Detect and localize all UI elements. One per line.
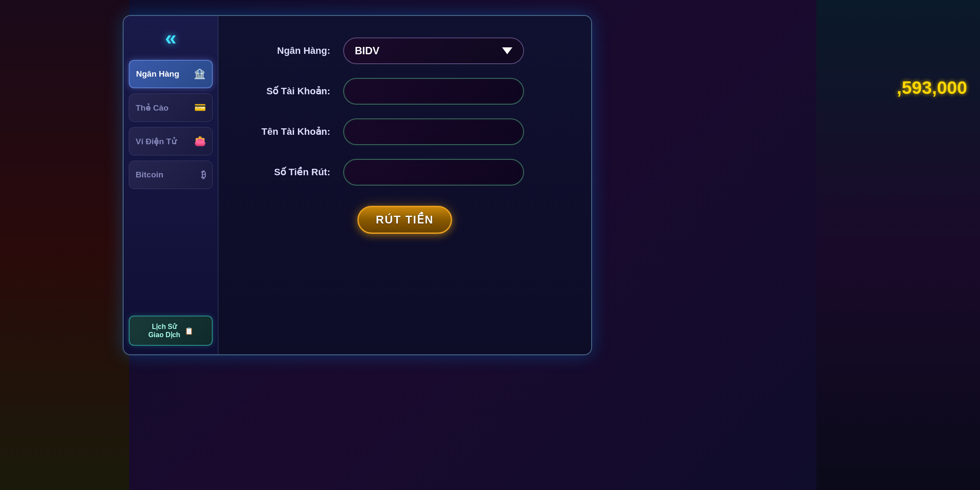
history-icon: 📋 <box>185 327 193 335</box>
bank-select-value: BIDV <box>355 45 379 57</box>
vi-dien-tu-label: Ví Điện Tử <box>136 136 177 146</box>
score-display: ,593,000 <box>897 78 968 98</box>
main-content: Ngân Hàng: BIDV Số Tài Khoản: Tên Tài Kh… <box>218 16 591 354</box>
bank-dropdown[interactable]: BIDV <box>343 37 524 64</box>
ngan-hang-label: Ngân Hàng <box>136 69 179 79</box>
account-name-label: Tên Tài Khoản: <box>244 126 330 137</box>
amount-row: Số Tiền Rút: <box>244 159 565 186</box>
background-right <box>816 0 980 490</box>
the-cao-label: Thẻ Cào <box>136 103 168 113</box>
account-name-input[interactable] <box>343 118 524 145</box>
sidebar-item-bitcoin[interactable]: Bitcoin ₿ <box>129 161 213 189</box>
amount-label: Số Tiền Rút: <box>244 167 330 178</box>
dropdown-arrow-icon <box>502 47 512 54</box>
sidebar-item-the-cao[interactable]: Thẻ Cào 💳 <box>129 93 213 122</box>
background-left <box>0 0 129 490</box>
bank-row: Ngân Hàng: BIDV <box>244 37 565 64</box>
sidebar: « Ngân Hàng 🏦 Thẻ Cào 💳 Ví Điện Tử 👛 Bit… <box>124 16 218 354</box>
history-text: Lịch Sử Giao Dịch <box>148 323 180 339</box>
the-cao-icon: 💳 <box>194 102 206 113</box>
account-name-row: Tên Tài Khoản: <box>244 118 565 145</box>
history-button[interactable]: Lịch Sử Giao Dịch 📋 <box>129 316 213 346</box>
account-number-row: Số Tài Khoản: <box>244 78 565 105</box>
history-line1: Lịch Sử <box>148 323 180 331</box>
history-line2: Giao Dịch <box>148 331 180 339</box>
account-number-input[interactable] <box>343 78 524 105</box>
score-value: ,593,000 <box>897 78 968 98</box>
amount-input[interactable] <box>343 159 524 186</box>
vi-dien-tu-icon: 👛 <box>194 136 206 147</box>
submit-row: RÚT TIỀN <box>244 206 565 234</box>
account-number-label: Số Tài Khoản: <box>244 86 330 97</box>
back-button[interactable]: « <box>154 25 188 50</box>
back-arrow-icon: « <box>165 26 177 50</box>
rut-tien-button[interactable]: RÚT TIỀN <box>357 206 452 234</box>
bitcoin-label: Bitcoin <box>136 170 163 180</box>
modal-container: « Ngân Hàng 🏦 Thẻ Cào 💳 Ví Điện Tử 👛 Bit… <box>123 15 592 355</box>
bank-label: Ngân Hàng: <box>244 45 330 56</box>
sidebar-item-vi-dien-tu[interactable]: Ví Điện Tử 👛 <box>129 127 213 155</box>
sidebar-bottom: Lịch Sử Giao Dịch 📋 <box>129 316 213 346</box>
sidebar-item-ngan-hang[interactable]: Ngân Hàng 🏦 <box>129 60 213 88</box>
rut-tien-label: RÚT TIỀN <box>376 213 434 226</box>
bitcoin-icon: ₿ <box>201 169 206 180</box>
ngan-hang-icon: 🏦 <box>194 68 205 80</box>
